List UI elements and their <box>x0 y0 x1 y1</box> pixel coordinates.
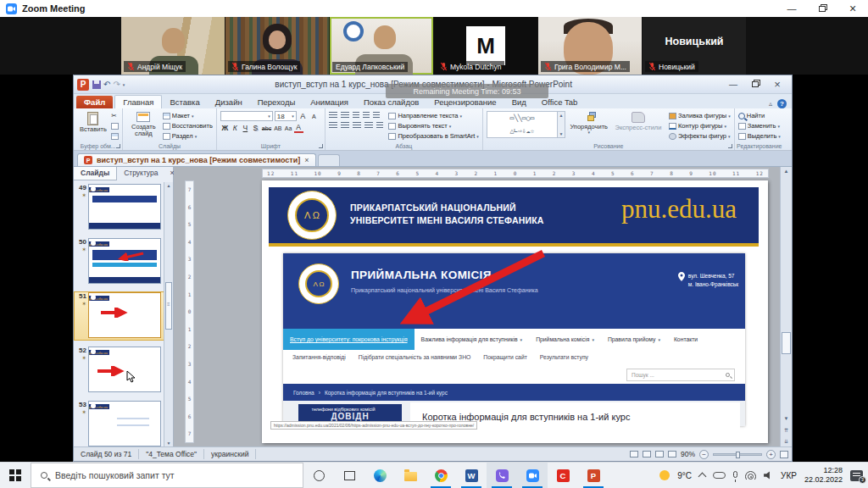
participant-tile-active-speaker[interactable]: Едуард Лапковський <box>330 17 433 75</box>
zoom-taskbar-button[interactable] <box>517 463 548 488</box>
menu-item[interactable]: Важлива інформація для вступників▾ <box>415 329 530 350</box>
tab-file[interactable]: Файл <box>76 96 113 108</box>
font-color-button[interactable]: А <box>294 123 303 133</box>
dialog-launcher-icon[interactable] <box>319 144 323 148</box>
zoom-minimize-button[interactable]: — <box>776 0 807 17</box>
volume-icon[interactable] <box>764 471 773 480</box>
dialog-launcher-icon[interactable] <box>728 144 732 148</box>
onedrive-icon[interactable] <box>713 472 726 479</box>
underline-button[interactable]: Ч <box>241 123 250 133</box>
participant-tile[interactable]: Новицький Новицький <box>643 17 746 75</box>
line-spacing-icon[interactable] <box>373 112 380 119</box>
replace-button[interactable]: Заменить▾ <box>738 121 781 130</box>
ppt-restore-button[interactable] <box>744 78 766 92</box>
convert-smartart-button[interactable]: Преобразовать в SmartArt▾ <box>388 131 479 141</box>
menu-item[interactable]: Контакти <box>667 329 704 350</box>
shape-effects-button[interactable]: Эффекты фигур▾ <box>669 131 731 141</box>
font-size-select[interactable]: 18▾ <box>275 111 297 121</box>
slide-sorter-view-button[interactable] <box>643 451 651 458</box>
panel-tab-slides[interactable]: Слайды <box>74 167 117 180</box>
zoom-slider[interactable] <box>713 453 762 456</box>
indent-increase-icon[interactable] <box>363 112 370 119</box>
qat-dropdown-icon[interactable]: ▾ <box>123 82 125 87</box>
edge-button[interactable] <box>364 463 395 488</box>
zoom-slider-thumb[interactable] <box>736 452 740 458</box>
weather-temp[interactable]: 9°C <box>677 471 692 480</box>
site-search-input[interactable]: Пошук ... <box>626 369 735 381</box>
grow-font-button[interactable]: А <box>298 111 308 121</box>
indent-decrease-icon[interactable] <box>353 112 359 119</box>
zoom-restore-button[interactable] <box>807 0 837 17</box>
slide-thumbnail-51-selected[interactable]: 51✶ pnu.edu.ua <box>75 292 164 340</box>
cortana-button[interactable] <box>303 463 334 488</box>
align-center-icon[interactable] <box>341 122 349 130</box>
ppt-minimize-button[interactable]: — <box>722 78 744 92</box>
vertical-ruler[interactable]: 7 6 5 4 3 2 1 0 1 2 3 4 5 6 7 <box>185 180 194 443</box>
copy-button[interactable] <box>111 121 119 130</box>
cut-button[interactable]: ✂ <box>111 111 119 120</box>
tray-expand-icon[interactable] <box>698 473 707 481</box>
document-tab[interactable]: P виступ_вступ на 1 курс_нова [Режим сов… <box>77 153 316 166</box>
word-button[interactable]: W <box>456 463 487 488</box>
main-scrollbar[interactable]: ▲ ▼ ⇈ ⇊ <box>780 167 792 446</box>
shape-fill-button[interactable]: Заливка фигуры▾ <box>669 111 731 120</box>
powerpoint-taskbar-button[interactable]: P <box>578 463 609 488</box>
clock[interactable]: 12:28 22.02.2022 <box>804 466 843 485</box>
text-direction-button[interactable]: Направление текста▾ <box>388 111 479 120</box>
select-button[interactable]: Выделить▾ <box>738 131 781 141</box>
menu-item[interactable]: Приймальна комісія▾ <box>529 329 601 350</box>
shadow-button[interactable]: S <box>251 123 260 133</box>
start-button[interactable] <box>0 463 31 488</box>
language-status[interactable]: украинский <box>204 449 256 459</box>
menu-item-active[interactable]: Вступ до університету: покрокова інструк… <box>283 329 415 350</box>
align-text-button[interactable]: Выровнять текст▾ <box>388 121 479 130</box>
weather-icon[interactable] <box>659 470 670 480</box>
align-right-icon[interactable] <box>353 122 361 130</box>
participant-tile[interactable]: Галина Волощук <box>225 17 329 75</box>
format-painter-button[interactable] <box>111 131 119 141</box>
zoom-in-button[interactable]: + <box>766 450 776 459</box>
reading-view-button[interactable] <box>655 451 664 458</box>
strikethrough-button[interactable]: abc <box>261 123 272 133</box>
tab-animation[interactable]: Анимация <box>303 96 356 108</box>
panel-scrollbar-thumb[interactable] <box>165 282 172 330</box>
language-indicator[interactable]: УКР <box>781 471 797 480</box>
horizontal-ruler[interactable]: 12 11 10 9 8 7 6 5 4 3 2 1 0 1 2 3 4 5 6… <box>262 169 769 178</box>
collapse-ribbon-icon[interactable]: ▵ <box>769 100 772 108</box>
char-spacing-button[interactable]: АВ <box>273 123 282 133</box>
panel-scrollbar[interactable]: ▲ ▼ <box>164 182 173 446</box>
task-view-button[interactable] <box>334 463 364 488</box>
redo-button[interactable]: ↷ <box>113 80 120 89</box>
main-scrollbar-thumb[interactable] <box>782 332 791 354</box>
slideshow-view-button[interactable] <box>668 451 676 458</box>
reset-button[interactable]: Восстановить <box>163 121 213 130</box>
menu-item[interactable]: Запитання-відповіді <box>292 354 346 360</box>
bullets-icon[interactable] <box>329 112 337 119</box>
zoom-close-button[interactable]: × <box>837 0 868 17</box>
section-button[interactable]: Раздел▾ <box>163 131 213 141</box>
file-explorer-button[interactable] <box>395 463 426 488</box>
align-left-icon[interactable] <box>329 122 337 130</box>
quick-styles-button[interactable]: Экспресс-стили <box>613 111 665 132</box>
tab-home[interactable]: Главная <box>114 95 162 108</box>
shape-outline-button[interactable]: Контур фигуры▾ <box>669 121 731 130</box>
shrink-font-button[interactable]: А <box>309 111 319 121</box>
slide-thumbnail-53[interactable]: 53✶ pnu.edu.ua <box>75 401 164 446</box>
viber-button[interactable] <box>487 463 517 488</box>
justify-icon[interactable] <box>364 122 373 130</box>
zoom-out-button[interactable]: − <box>699 450 709 459</box>
dialog-launcher-icon[interactable] <box>116 144 120 148</box>
new-document-tab-stub[interactable] <box>318 154 340 166</box>
new-slide-button[interactable]: Создать слайд <box>126 111 160 139</box>
menu-item[interactable]: Результати вступу <box>540 354 588 360</box>
paste-button[interactable]: Вставить <box>77 111 109 134</box>
network-icon[interactable] <box>745 471 756 480</box>
chrome-button[interactable] <box>426 463 456 488</box>
participant-tile[interactable]: Андрій Міщук <box>121 17 225 75</box>
shapes-gallery-scroll[interactable]: ▲▼ <box>558 111 565 138</box>
participant-tile[interactable]: M Mykola Dutchyn <box>434 17 537 75</box>
layout-button[interactable]: Макет▾ <box>163 111 213 120</box>
media-player-button[interactable]: C <box>548 463 578 488</box>
save-icon[interactable] <box>92 80 101 89</box>
document-tab-close-icon[interactable]: × <box>304 156 309 164</box>
